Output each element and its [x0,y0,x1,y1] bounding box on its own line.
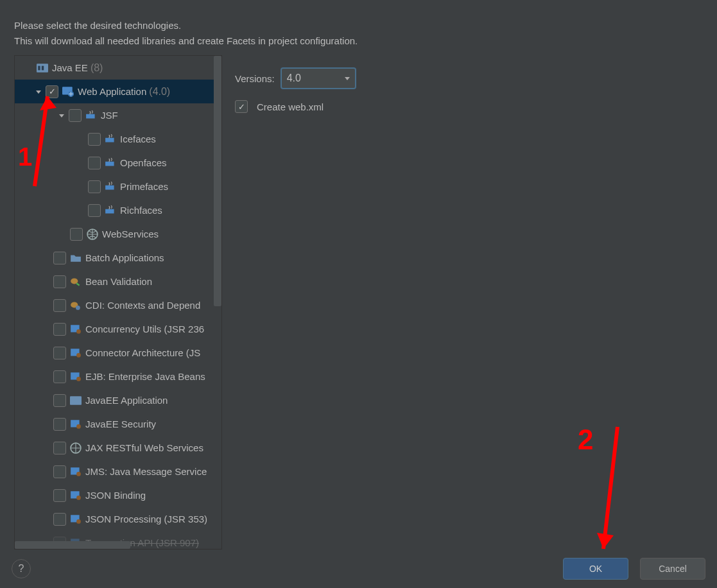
checkbox-batch[interactable] [53,252,66,264]
tree-item-icefaces[interactable]: Icefaces [15,127,221,151]
cancel-label: Cancel [659,564,687,574]
create-webxml-label: Create web.xml [257,101,324,112]
javaee-icon [37,62,48,74]
details-panel: Versions: 4.0 Create web.xml [231,55,708,549]
ok-button[interactable]: OK [563,558,628,580]
content-area: Java EE (8) Web Application (4.0) [0,55,717,549]
module-icon [70,514,82,525]
horizontal-scrollbar[interactable] [15,541,130,549]
bean-icon [70,276,82,288]
tree-label: JAX RESTful Web Services [85,442,203,453]
checkbox-icefaces[interactable] [88,133,101,146]
svg-rect-11 [105,209,114,213]
tree-root-javaee[interactable]: Java EE (8) [15,56,221,80]
svg-rect-9 [105,161,114,166]
tree-label: JavaEE Security [85,419,156,429]
versions-label: Versions: [235,73,275,84]
tree-label: CDI: Contexts and Depend [85,300,200,311]
tree-label: Primefaces [120,181,168,192]
tree-count: (8) [91,62,103,74]
module-icon [70,347,82,359]
tree-label: JMS: Java Message Service [85,466,207,477]
javaee-icon [70,395,82,406]
versions-row: Versions: 4.0 [235,68,703,89]
checkbox-ejb[interactable] [53,370,66,383]
checkbox-jaxrs[interactable] [53,442,66,454]
svg-rect-22 [70,396,82,405]
checkbox-javaee-app[interactable] [53,394,66,407]
tree-item-web-application[interactable]: Web Application (4.0) [15,80,221,103]
tree-item-cdi[interactable]: CDI: Contexts and Depend [15,293,221,317]
checkbox-primefaces[interactable] [88,180,101,193]
globe-icon [70,442,82,454]
module-icon [70,419,82,430]
checkbox-json-binding[interactable] [53,489,66,502]
module-icon [70,324,82,335]
framework-icon [85,110,97,121]
tree-label: Bean Validation [85,276,152,287]
framework-icon [105,205,116,216]
checkbox-json-proc[interactable] [53,513,66,526]
module-icon [70,490,82,501]
checkbox-bean[interactable] [53,275,66,288]
tree-scroll-area[interactable]: Java EE (8) Web Application (4.0) [15,56,221,549]
checkbox-cdi[interactable] [53,299,66,312]
checkbox-javaee-sec[interactable] [53,418,66,431]
tree-label: JSON Binding [85,490,146,501]
tree-item-ejb[interactable]: EJB: Enterprise Java Beans [15,365,221,388]
svg-marker-6 [59,114,64,117]
tree-item-batch[interactable]: Batch Applications [15,246,221,270]
technologies-tree-panel: Java EE (8) Web Application (4.0) [14,55,222,549]
checkbox-webservices[interactable] [70,228,83,241]
checkbox-jms[interactable] [53,465,66,478]
checkbox-richfaces[interactable] [88,204,101,217]
tree-version: (4.0) [149,86,170,98]
create-webxml-row[interactable]: Create web.xml [235,100,703,113]
svg-point-21 [76,377,81,381]
tree-item-json-processing[interactable]: JSON Processing (JSR 353) [15,507,221,531]
framework-icon [105,157,116,169]
tree-item-webservices[interactable]: WebServices [15,222,221,246]
technologies-dialog: Please select the desired technologies. … [0,0,717,588]
tree-item-connector[interactable]: Connector Architecture (JS [15,341,221,365]
svg-rect-10 [105,185,114,189]
chevron-down-icon [345,77,350,80]
help-button[interactable]: ? [12,559,31,578]
svg-marker-3 [36,91,41,94]
checkbox-openfaces[interactable] [88,157,101,169]
tree-item-json-binding[interactable]: JSON Binding [15,483,221,507]
tree-item-bean-validation[interactable]: Bean Validation [15,270,221,293]
web-icon [62,86,74,98]
instruction-line1: Please select the desired technologies. [14,20,181,31]
tree-item-concurrency[interactable]: Concurrency Utils (JSR 236 [15,317,221,341]
svg-rect-2 [42,65,44,70]
svg-rect-7 [86,114,95,118]
tree-label: Batch Applications [85,252,164,263]
tree-item-javaee-security[interactable]: JavaEE Security [15,412,221,436]
checkbox-jsf[interactable] [69,109,82,122]
tree-label: JavaEE Application [85,395,168,406]
tree-label: Icefaces [120,134,156,144]
versions-value: 4.0 [287,73,301,84]
tree-label: Java EE [52,62,88,73]
tree-item-jsf[interactable]: JSF [15,103,221,127]
checkbox-connector[interactable] [53,347,66,359]
dialog-footer: ? OK Cancel [0,549,717,588]
tree-label: Web Application [78,86,146,97]
tree-item-jms[interactable]: JMS: Java Message Service [15,460,221,483]
checkbox-create-webxml[interactable] [235,100,248,113]
module-icon [70,371,82,383]
versions-combobox[interactable]: 4.0 [281,68,356,89]
chevron-down-icon[interactable] [34,87,43,96]
checkbox-web-application[interactable] [46,85,58,98]
tree-item-jaxrs[interactable]: JAX RESTful Web Services [15,436,221,460]
tree-item-javaee-app[interactable]: JavaEE Application [15,388,221,412]
tree-item-openfaces[interactable]: Openfaces [15,151,221,175]
framework-icon [105,134,116,145]
tree-item-primefaces[interactable]: Primefaces [15,175,221,198]
vertical-scrollbar[interactable] [214,56,221,306]
chevron-down-icon[interactable] [57,111,66,120]
checkbox-concurrency[interactable] [53,323,66,336]
tree-item-richfaces[interactable]: Richfaces [15,198,221,222]
cancel-button[interactable]: Cancel [640,558,705,580]
